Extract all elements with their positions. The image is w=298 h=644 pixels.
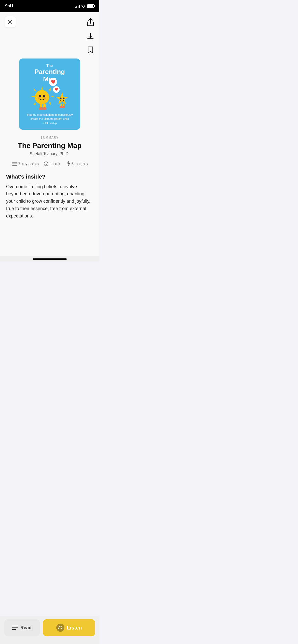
svg-marker-9	[49, 101, 51, 105]
book-cover: The ParentingMap ❤️	[19, 58, 80, 130]
duration-label: 11 min	[50, 162, 61, 166]
download-icon	[87, 33, 94, 40]
whats-inside-heading: What's inside?	[6, 173, 93, 180]
book-characters: ❤️	[23, 85, 76, 110]
status-icons	[75, 4, 94, 8]
duration-stat: 11 min	[44, 162, 61, 166]
book-cover-container: The ParentingMap ❤️	[0, 54, 99, 130]
svg-point-16	[43, 97, 44, 98]
book-main-title: The Parenting Map	[6, 141, 93, 150]
clock-icon	[44, 162, 48, 166]
svg-marker-7	[49, 88, 51, 91]
star-svg	[56, 92, 69, 108]
svg-marker-5	[51, 96, 53, 97]
toolbar	[0, 12, 99, 54]
svg-marker-2	[41, 85, 43, 90]
svg-rect-27	[62, 106, 65, 108]
list-icon	[12, 162, 17, 166]
svg-point-12	[43, 95, 45, 97]
download-button[interactable]	[86, 32, 95, 41]
svg-marker-6	[33, 88, 36, 91]
svg-marker-21	[56, 92, 68, 104]
signal-icon	[75, 4, 80, 8]
svg-marker-8	[33, 103, 36, 105]
wifi-icon	[81, 5, 86, 8]
book-author: Shefali Tsabary, Ph.D.	[6, 152, 93, 156]
share-icon	[87, 18, 94, 26]
main-content: The ParentingMap ❤️	[0, 12, 99, 256]
sun-speech-bubble: ❤️	[49, 78, 57, 86]
bottom-spacer	[0, 226, 99, 256]
svg-point-13	[38, 97, 40, 99]
book-stats: 7 key points 11 min	[6, 161, 93, 166]
home-indicator	[33, 258, 67, 260]
book-subtitle: Step-by-step solutions to consciously cr…	[23, 113, 76, 125]
insights-label: 6 insights	[72, 162, 88, 166]
status-time: 9:41	[5, 4, 13, 9]
whats-inside-body: Overcome limiting beliefs to evolve beyo…	[6, 183, 93, 220]
sun-svg	[31, 85, 53, 110]
svg-line-36	[46, 164, 47, 165]
sun-character: ❤️	[31, 85, 53, 110]
svg-point-14	[44, 97, 46, 99]
svg-point-15	[40, 97, 41, 98]
book-title-the: The	[34, 64, 65, 68]
battery-icon	[87, 4, 94, 8]
right-actions	[86, 16, 95, 54]
bookmark-icon	[88, 46, 93, 53]
close-button[interactable]	[5, 16, 16, 27]
star-speech-bubble: ❤️	[53, 86, 60, 93]
home-indicator-bar	[0, 256, 99, 262]
share-button[interactable]	[86, 17, 95, 27]
close-icon	[8, 20, 12, 24]
svg-point-22	[60, 97, 62, 99]
star-character: ❤️	[56, 92, 69, 108]
status-bar: 9:41	[0, 0, 99, 12]
svg-point-10	[35, 90, 49, 104]
key-points-stat: 7 key points	[12, 162, 39, 166]
svg-rect-19	[39, 107, 43, 110]
key-points-label: 7 key points	[18, 162, 39, 166]
whats-inside: What's inside? Overcome limiting beliefs…	[0, 173, 99, 226]
lightning-icon	[66, 161, 70, 166]
bookmark-button[interactable]	[86, 45, 95, 54]
svg-marker-4	[31, 96, 35, 97]
svg-point-23	[63, 97, 65, 99]
svg-rect-20	[43, 107, 47, 110]
insights-stat: 6 insights	[66, 161, 88, 166]
summary-label: SUMMARY	[6, 136, 93, 139]
book-info: SUMMARY The Parenting Map Shefali Tsabar…	[0, 130, 99, 166]
svg-point-11	[39, 95, 41, 97]
